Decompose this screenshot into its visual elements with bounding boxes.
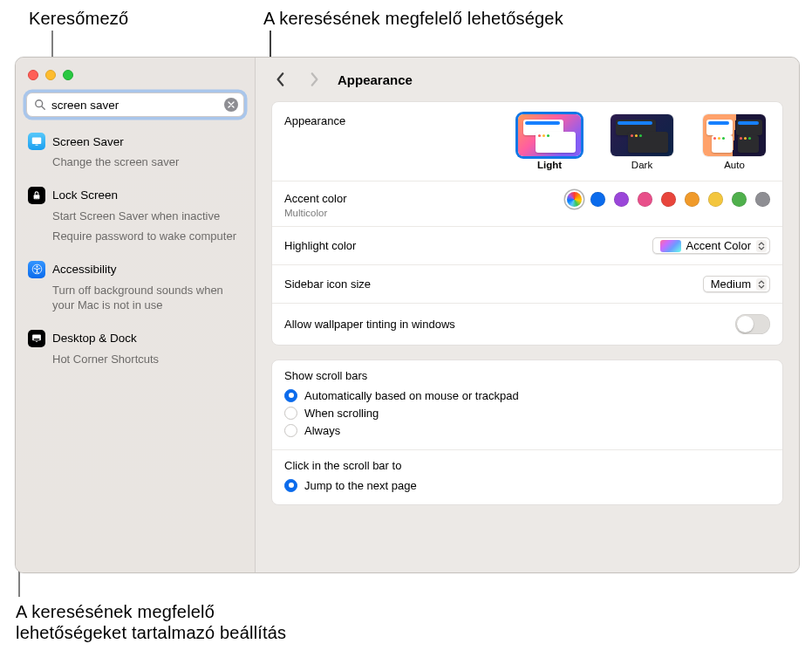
accent-swatch-red[interactable] — [661, 192, 676, 207]
result-item[interactable]: Hot Corner Shortcuts — [28, 349, 244, 370]
clear-search-button[interactable] — [224, 98, 238, 112]
minimize-window-button[interactable] — [45, 70, 56, 80]
sidebar-icon-size-value: Medium — [711, 277, 751, 291]
radio-icon — [284, 479, 297, 492]
result-heading[interactable]: Accessibility — [28, 261, 244, 278]
accent-swatch-green[interactable] — [732, 192, 747, 207]
svg-point-11 — [35, 197, 36, 198]
svg-rect-17 — [34, 339, 40, 340]
radio-icon — [284, 424, 297, 437]
radio-label: Automatically based on mouse or trackpad — [304, 389, 519, 402]
back-button[interactable] — [271, 67, 290, 92]
accent-swatch-orange[interactable] — [685, 192, 699, 207]
svg-point-15 — [36, 266, 38, 268]
screensaver-icon — [28, 133, 45, 150]
svg-point-13 — [38, 197, 38, 198]
accent-color-sublabel: Multicolor — [284, 208, 347, 218]
radio-label: Jump to the next page — [304, 479, 417, 492]
result-group-accessibility: Accessibility Turn off background sounds… — [24, 256, 248, 325]
main-content: Appearance Appearance — [256, 58, 799, 572]
radio-icon — [284, 407, 297, 420]
callout-matching-options: A keresésének megfelelő lehetőségek — [263, 9, 563, 29]
result-item[interactable]: Change the screen saver — [28, 152, 244, 173]
sidebar-icon-size-popup[interactable]: Medium — [703, 276, 770, 292]
svg-line-7 — [42, 106, 44, 109]
scrollbars-option-auto[interactable]: Automatically based on mouse or trackpad — [284, 387, 770, 404]
result-title: Lock Screen — [52, 188, 118, 202]
highlight-color-value: Accent Color — [686, 239, 751, 252]
scrollbars-panel: Show scroll bars Automatically based on … — [271, 359, 783, 505]
callout-matching-settings-1: A keresésének megfelelő — [16, 602, 215, 622]
accent-swatch-purple[interactable] — [614, 192, 629, 207]
desktop-dock-icon — [28, 330, 45, 347]
appearance-label: Appearance — [284, 114, 345, 127]
result-title: Screen Saver — [52, 135, 124, 148]
result-heading[interactable]: Lock Screen — [28, 187, 244, 204]
svg-rect-9 — [36, 145, 38, 146]
accent-color-swatches — [567, 192, 770, 207]
callout-search-field: Keresőmező — [29, 9, 128, 29]
appearance-option-label: Light — [514, 160, 585, 170]
radio-icon — [284, 389, 297, 402]
window-controls — [16, 65, 255, 92]
wallpaper-tint-label: Allow wallpaper tinting in windows — [284, 318, 455, 331]
click-scrollbar-option-jump[interactable]: Jump to the next page — [284, 476, 770, 494]
search-field[interactable] — [26, 92, 244, 117]
appearance-panel: Appearance Light — [271, 101, 783, 346]
appearance-option-label: Auto — [699, 160, 770, 170]
scrollbars-option-always[interactable]: Always — [284, 421, 770, 439]
accent-swatch-multicolor[interactable] — [567, 192, 582, 207]
accent-color-label: Accent color — [284, 192, 347, 205]
highlight-gradient-icon — [660, 240, 681, 252]
result-heading[interactable]: Desktop & Dock — [28, 330, 244, 347]
accent-swatch-yellow[interactable] — [708, 192, 723, 207]
chevron-up-down-icon — [756, 240, 767, 252]
appearance-option-label: Dark — [606, 160, 678, 170]
lock-icon — [28, 187, 45, 204]
accent-swatch-graphite[interactable] — [755, 192, 770, 207]
sidebar: Screen Saver Change the screen saver Loc… — [16, 58, 256, 572]
result-title: Desktop & Dock — [52, 332, 137, 345]
chevron-up-down-icon — [756, 278, 767, 291]
result-heading[interactable]: Screen Saver — [28, 133, 244, 150]
appearance-option-auto[interactable]: Auto — [699, 114, 770, 170]
search-results: Screen Saver Change the screen saver Loc… — [16, 124, 255, 378]
close-window-button[interactable] — [28, 70, 38, 80]
accessibility-icon — [28, 261, 45, 278]
radio-label: Always — [304, 424, 340, 437]
result-item[interactable]: Turn off background sounds when your Mac… — [28, 280, 244, 316]
click-scrollbar-label: Click in the scroll bar to — [284, 459, 770, 472]
result-item[interactable]: Start Screen Saver when inactive — [28, 206, 244, 227]
result-group-desktop-dock: Desktop & Dock Hot Corner Shortcuts — [24, 325, 248, 379]
search-icon — [34, 99, 46, 111]
zoom-window-button[interactable] — [63, 70, 73, 80]
result-group-screen-saver: Screen Saver Change the screen saver — [24, 127, 248, 181]
close-icon — [228, 101, 235, 108]
wallpaper-tint-toggle[interactable] — [735, 314, 770, 334]
toolbar: Appearance — [256, 58, 799, 101]
svg-rect-8 — [32, 138, 42, 145]
search-input[interactable] — [51, 99, 224, 112]
accent-swatch-pink[interactable] — [638, 192, 652, 207]
appearance-option-light[interactable]: Light — [514, 114, 585, 170]
forward-button — [304, 67, 324, 92]
appearance-option-dark[interactable]: Dark — [606, 114, 678, 170]
scrollbars-label: Show scroll bars — [284, 369, 770, 382]
sidebar-icon-size-label: Sidebar icon size — [284, 277, 371, 291]
settings-window: Screen Saver Change the screen saver Loc… — [15, 57, 800, 573]
result-item[interactable]: Require password to wake computer — [28, 226, 244, 247]
svg-point-12 — [37, 197, 38, 198]
scrollbars-option-scrolling[interactable]: When scrolling — [284, 404, 770, 421]
highlight-color-label: Highlight color — [284, 239, 356, 252]
accent-swatch-blue[interactable] — [590, 192, 605, 207]
radio-label: When scrolling — [304, 407, 379, 420]
result-title: Accessibility — [52, 263, 117, 276]
result-group-lock-screen: Lock Screen Start Screen Saver when inac… — [24, 181, 248, 256]
svg-rect-18 — [36, 341, 38, 342]
callout-matching-settings-2: lehetőségeket tartalmazó beállítás — [16, 623, 286, 643]
highlight-color-popup[interactable]: Accent Color — [652, 237, 770, 254]
page-title: Appearance — [338, 72, 413, 87]
